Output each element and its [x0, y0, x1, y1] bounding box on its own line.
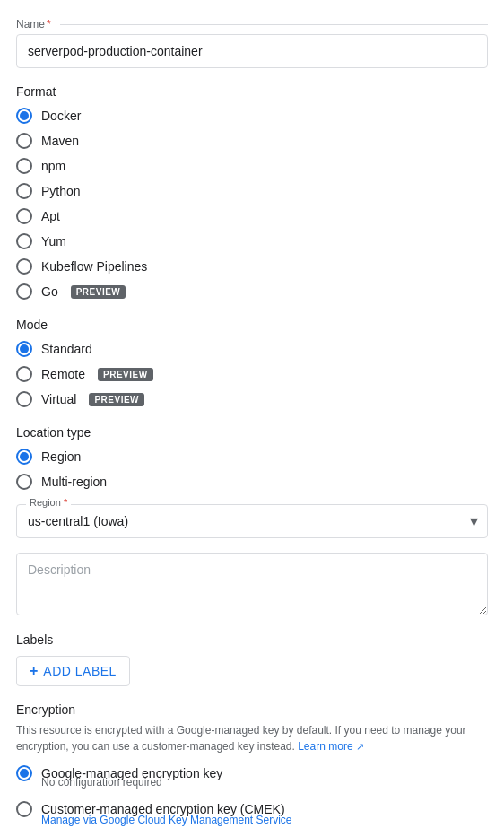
name-required: *: [47, 18, 51, 31]
add-label-text: ADD LABEL: [43, 664, 117, 678]
mode-radio-group: Standard Remote PREVIEW Virtual PREVIEW: [16, 341, 488, 407]
encryption-radio-group: Google-managed encryption key No configu…: [16, 765, 488, 826]
cmek-link-wrapper: Manage via Google Cloud Key Management S…: [41, 814, 488, 826]
mode-title: Mode: [16, 318, 488, 332]
format-title: Format: [16, 84, 488, 99]
format-option-npm[interactable]: npm: [16, 158, 488, 174]
location-option-multi-region[interactable]: Multi-region: [16, 474, 488, 490]
format-radio-maven[interactable]: [16, 133, 32, 149]
mode-radio-standard[interactable]: [16, 341, 32, 357]
encryption-title: Encryption: [16, 702, 488, 717]
location-type-radio-group: Region Multi-region: [16, 449, 488, 490]
format-option-docker[interactable]: Docker: [16, 108, 488, 124]
location-radio-region[interactable]: [16, 449, 32, 465]
format-radio-npm[interactable]: [16, 158, 32, 174]
encryption-google-sublabel: No configuration required: [41, 776, 488, 789]
external-link-icon: ↗: [356, 741, 364, 752]
encryption-cmek-container: Customer-managed encryption key (CMEK) M…: [16, 801, 488, 826]
mode-option-standard[interactable]: Standard: [16, 341, 488, 357]
format-radio-apt[interactable]: [16, 208, 32, 224]
virtual-preview-badge: PREVIEW: [89, 393, 144, 406]
encryption-radio-cmek[interactable]: [16, 801, 32, 817]
encryption-section: Encryption This resource is encrypted wi…: [16, 702, 488, 826]
learn-more-link[interactable]: Learn more ↗: [298, 740, 364, 753]
region-select-wrapper: Region * us-central1 (Iowa) ▾: [16, 504, 488, 538]
add-label-icon: +: [30, 663, 38, 679]
format-radio-kubeflow[interactable]: [16, 258, 32, 275]
location-radio-multi-region[interactable]: [16, 474, 32, 490]
go-preview-badge: PREVIEW: [71, 285, 126, 299]
format-option-go[interactable]: Go PREVIEW: [16, 283, 488, 300]
encryption-description: This resource is encrypted with a Google…: [16, 722, 488, 754]
format-option-maven[interactable]: Maven: [16, 133, 488, 149]
description-field-container: [16, 553, 488, 618]
format-radio-python[interactable]: [16, 183, 32, 199]
format-radio-group: Docker Maven npm Python Apt Yum Kubeflow…: [16, 108, 488, 300]
name-input[interactable]: [16, 34, 488, 68]
format-radio-docker[interactable]: [16, 108, 32, 124]
description-textarea[interactable]: [16, 553, 488, 615]
mode-option-virtual[interactable]: Virtual PREVIEW: [16, 391, 488, 407]
region-field-container: Region * us-central1 (Iowa) ▾: [16, 504, 488, 538]
format-option-python[interactable]: Python: [16, 183, 488, 199]
region-required: *: [64, 497, 67, 508]
name-field-container: Name *: [16, 18, 488, 68]
format-option-yum[interactable]: Yum: [16, 233, 488, 249]
mode-option-remote[interactable]: Remote PREVIEW: [16, 366, 488, 382]
labels-section: Labels + ADD LABEL: [16, 632, 488, 686]
cmek-link[interactable]: Manage via Google Cloud Key Management S…: [41, 814, 488, 826]
format-option-kubeflow[interactable]: Kubeflow Pipelines: [16, 258, 488, 275]
mode-radio-virtual[interactable]: [16, 391, 32, 407]
format-radio-go[interactable]: [16, 283, 32, 300]
remote-preview-badge: PREVIEW: [98, 368, 153, 381]
mode-radio-remote[interactable]: [16, 366, 32, 382]
encryption-google-managed-container: Google-managed encryption key No configu…: [16, 765, 488, 789]
labels-title: Labels: [16, 632, 488, 647]
region-dropdown-icon: ▾: [470, 511, 478, 531]
encryption-radio-google[interactable]: [16, 765, 32, 781]
location-option-region[interactable]: Region: [16, 449, 488, 465]
location-type-title: Location type: [16, 425, 488, 440]
region-floating-label: Region *: [26, 497, 71, 508]
add-label-button[interactable]: + ADD LABEL: [16, 656, 130, 686]
name-label: Name *: [16, 18, 488, 31]
region-label-wrapper: Region * us-central1 (Iowa) ▾: [16, 504, 488, 538]
format-option-apt[interactable]: Apt: [16, 208, 488, 224]
region-select[interactable]: us-central1 (Iowa): [28, 514, 455, 528]
format-radio-yum[interactable]: [16, 233, 32, 249]
